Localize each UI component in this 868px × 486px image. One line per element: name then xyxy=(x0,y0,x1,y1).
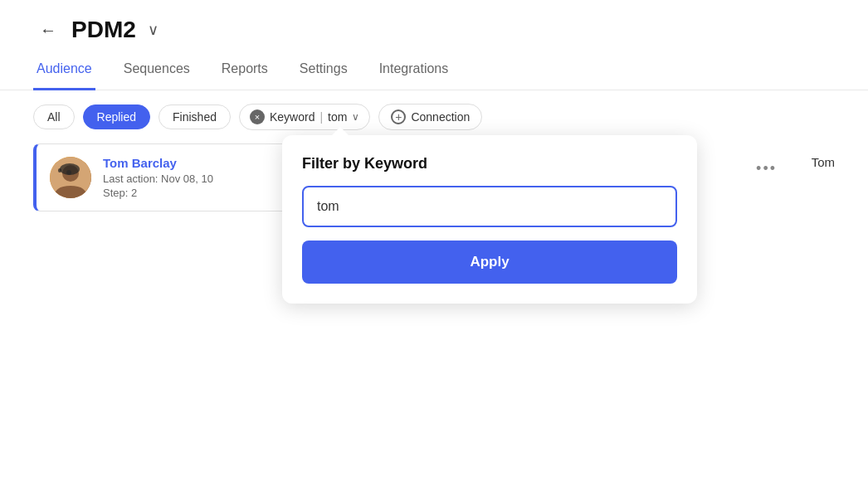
keyword-clear-icon[interactable]: × xyxy=(250,109,265,124)
more-options-button[interactable]: ••• xyxy=(756,160,777,177)
back-button[interactable]: ← xyxy=(33,17,63,43)
contact-row[interactable]: Tom Barclay Last action: Nov 08, 10 Step… xyxy=(33,143,315,211)
svg-rect-3 xyxy=(60,163,80,175)
svg-rect-4 xyxy=(58,168,61,173)
keyword-input[interactable] xyxy=(302,186,677,227)
filter-finished[interactable]: Finished xyxy=(158,104,231,129)
contact-step: Step: 2 xyxy=(103,187,213,199)
filter-all[interactable]: All xyxy=(33,104,75,129)
tab-sequences[interactable]: Sequences xyxy=(120,51,193,90)
tab-settings[interactable]: Settings xyxy=(296,51,351,90)
apply-button[interactable]: Apply xyxy=(302,241,677,284)
popup-title: Filter by Keyword xyxy=(302,155,677,173)
tab-audience[interactable]: Audience xyxy=(33,51,95,90)
connection-plus-icon: + xyxy=(391,109,406,124)
filter-replied[interactable]: Replied xyxy=(83,104,150,129)
keyword-chevron-icon: ∨ xyxy=(352,111,359,123)
project-title: PDM2 xyxy=(71,17,136,43)
header: ← PDM2 ∨ xyxy=(0,0,868,51)
contact-last-action: Last action: Nov 08, 10 xyxy=(103,173,213,185)
right-column-label: Tom xyxy=(812,155,835,169)
keyword-label: Keyword xyxy=(270,110,315,124)
contact-name: Tom Barclay xyxy=(103,156,213,170)
tab-integrations[interactable]: Integrations xyxy=(376,51,452,90)
contact-info: Tom Barclay Last action: Nov 08, 10 Step… xyxy=(103,156,213,199)
project-chevron-icon[interactable]: ∨ xyxy=(148,21,158,39)
connection-label: Connection xyxy=(411,110,470,124)
connection-filter-chip[interactable]: + Connection xyxy=(378,104,482,130)
keyword-value: tom xyxy=(328,110,347,124)
tab-reports[interactable]: Reports xyxy=(218,51,271,90)
content-area: Tom Barclay Last action: Nov 08, 10 Step… xyxy=(0,143,868,211)
keyword-filter-chip[interactable]: × Keyword | tom ∨ xyxy=(239,104,370,130)
avatar xyxy=(50,157,91,198)
keyword-filter-popup: Filter by Keyword Apply xyxy=(282,135,697,304)
nav-tabs: Audience Sequences Reports Settings Inte… xyxy=(0,51,868,90)
